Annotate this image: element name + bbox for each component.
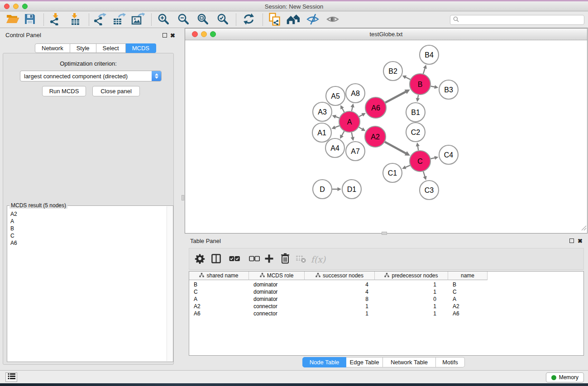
save-session-button[interactable]	[22, 13, 38, 27]
mcds-result-item[interactable]: B	[8, 225, 166, 232]
tab-mcds[interactable]: MCDS	[126, 43, 156, 53]
node-B4[interactable]: B4	[420, 45, 439, 64]
search-input[interactable]	[461, 16, 581, 24]
column-header[interactable]: successor nodes	[305, 272, 375, 280]
tab-select[interactable]: Select	[96, 43, 126, 53]
import-network-button[interactable]	[47, 13, 63, 27]
open-session-button[interactable]	[5, 13, 21, 27]
deselect-all-button[interactable]	[248, 253, 261, 266]
search-box[interactable]	[450, 15, 584, 25]
node-C2[interactable]: C2	[406, 123, 425, 142]
close-panel-button[interactable]: Close panel	[92, 86, 140, 96]
node-A6[interactable]: A6	[365, 97, 386, 118]
node-A7[interactable]: A7	[346, 142, 365, 161]
table-cell[interactable]: 0	[375, 295, 448, 303]
table-row[interactable]: A6connector11A6	[189, 310, 583, 317]
add-column-button[interactable]	[262, 253, 276, 266]
vertical-split-handle[interactable]	[182, 195, 184, 200]
table-cell[interactable]: A	[189, 295, 249, 303]
export-table-button[interactable]	[111, 13, 127, 27]
edge-B-B2[interactable]	[402, 76, 411, 80]
table-cell[interactable]: 1	[305, 310, 375, 317]
column-header[interactable]: MCDS role	[249, 272, 305, 280]
table-row[interactable]: Cdominator41C	[189, 288, 583, 295]
node-A8[interactable]: A8	[346, 84, 365, 103]
table-cell[interactable]: A6	[448, 310, 488, 317]
node-D[interactable]: D	[313, 180, 332, 199]
table-cell[interactable]: dominator	[249, 281, 305, 288]
show-graphics-details-button[interactable]	[325, 13, 341, 27]
edge-A2-C[interactable]	[385, 142, 410, 156]
edge-C-C1[interactable]	[402, 165, 410, 169]
edge-C-C2[interactable]	[416, 143, 420, 151]
zoom-out-button[interactable]	[175, 13, 191, 27]
table-cell[interactable]: 1	[375, 303, 448, 310]
show-columns-button[interactable]	[209, 253, 223, 266]
edge-A-A3[interactable]	[332, 115, 339, 119]
node-A2[interactable]: A2	[365, 126, 386, 147]
node-D1[interactable]: D1	[342, 180, 361, 199]
table-row[interactable]: A2connector11A2	[189, 303, 583, 310]
table-cell[interactable]: 4	[305, 288, 375, 295]
node-C4[interactable]: C4	[439, 145, 458, 164]
delete-column-button[interactable]	[278, 253, 292, 266]
mcds-result-item[interactable]: C	[8, 232, 166, 239]
column-header[interactable]: shared name	[189, 272, 249, 280]
node-A[interactable]: A	[339, 111, 360, 132]
table-row[interactable]: Adominator80A	[189, 295, 583, 303]
edge-C-C3[interactable]	[423, 172, 427, 180]
edge-B-B3[interactable]	[431, 85, 439, 89]
table-cell[interactable]: A	[448, 295, 488, 303]
node-B[interactable]: B	[410, 74, 430, 95]
table-cell[interactable]: 1	[375, 310, 448, 317]
edge-A-A4[interactable]	[340, 131, 344, 139]
edge-B-B1[interactable]	[416, 95, 420, 102]
table-cell[interactable]: C	[448, 288, 488, 295]
control-panel-float-button[interactable]	[163, 33, 167, 38]
table-cell[interactable]: connector	[249, 310, 305, 317]
column-header[interactable]: name	[448, 272, 488, 280]
control-panel-close-button[interactable]: ✖	[170, 33, 175, 38]
node-A3[interactable]: A3	[313, 102, 332, 121]
export-network-button[interactable]	[92, 13, 108, 27]
edge-C-C4[interactable]	[430, 156, 438, 160]
mcds-result-item[interactable]: A	[8, 218, 166, 225]
table-cell[interactable]: dominator	[249, 295, 305, 303]
table-cell[interactable]: 1	[375, 281, 448, 288]
refresh-button[interactable]	[240, 13, 257, 27]
table-cell[interactable]: B	[189, 281, 249, 288]
network-overview-button[interactable]	[285, 13, 301, 27]
edge-A-A7[interactable]	[351, 133, 354, 141]
node-C[interactable]: C	[410, 151, 430, 172]
node-B3[interactable]: B3	[439, 80, 458, 99]
table-cell[interactable]: connector	[249, 303, 305, 310]
memory-button[interactable]: Memory	[546, 372, 584, 382]
criterion-dropdown[interactable]: largest connected component (directed)	[20, 71, 162, 81]
table-cell[interactable]: B	[448, 281, 488, 288]
tab-network[interactable]: Network	[35, 43, 70, 53]
task-history-button[interactable]	[5, 372, 17, 382]
run-mcds-button[interactable]: Run MCDS	[42, 86, 86, 96]
select-all-button[interactable]	[228, 253, 241, 266]
table-cell[interactable]: 8	[305, 295, 375, 303]
mcds-result-item[interactable]: A6	[8, 239, 166, 247]
tab-style[interactable]: Style	[70, 43, 96, 53]
edge-D-D1[interactable]	[332, 187, 341, 191]
node-A5[interactable]: A5	[326, 86, 345, 105]
result-scrollbar[interactable]	[167, 206, 172, 361]
tab-motifs[interactable]: Motifs	[436, 357, 465, 367]
table-cell[interactable]: 4	[305, 281, 375, 288]
duplicate-network-button[interactable]	[266, 13, 282, 27]
import-table-button[interactable]	[67, 13, 83, 27]
edge-B-B4[interactable]	[423, 65, 427, 74]
network-canvas[interactable]: B4B2BB3A8A5A6A3B1AC2A1A2A4A7C4CC1C3DD1	[185, 41, 587, 233]
resize-grip-icon[interactable]	[581, 224, 587, 233]
table-row[interactable]: Bdominator41B	[189, 281, 583, 288]
table-cell[interactable]: C	[189, 288, 249, 295]
edge-A-A5[interactable]	[340, 105, 344, 112]
tab-node-table[interactable]: Node Table	[302, 357, 346, 367]
tab-edge-table[interactable]: Edge Table	[346, 357, 383, 367]
edge-A-A2[interactable]	[359, 127, 366, 131]
node-A4[interactable]: A4	[325, 138, 344, 157]
table-cell[interactable]: 1	[305, 303, 375, 310]
